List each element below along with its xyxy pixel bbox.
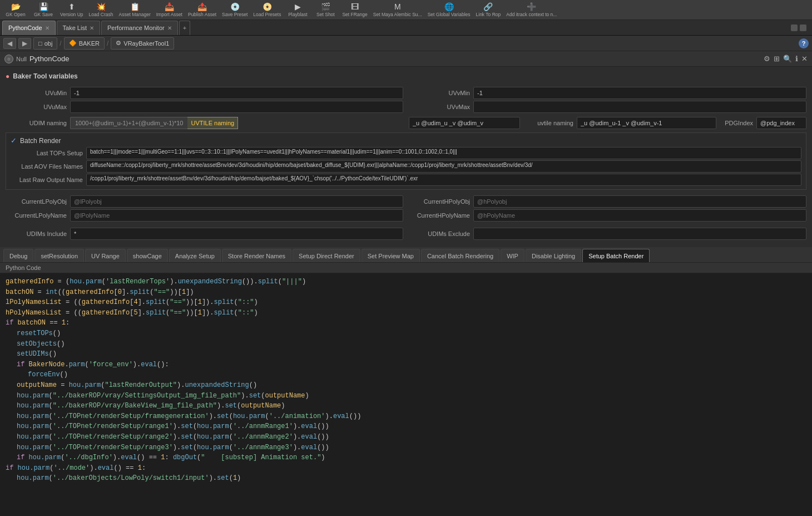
toolbar-asset-manager[interactable]: 📋 Asset Manager bbox=[117, 1, 153, 19]
last-raw-output-row: Last Raw Output Name /copp1/proj/liberty… bbox=[11, 174, 801, 186]
current-lpoly-name-input[interactable] bbox=[70, 209, 403, 222]
tab-setup-direct-render[interactable]: Setup Direct Render bbox=[293, 249, 360, 262]
close-icon[interactable]: ✕ bbox=[801, 55, 808, 63]
tab-setup-batch-render[interactable]: Setup Batch Render bbox=[582, 249, 650, 262]
back-button[interactable]: ◀ bbox=[3, 38, 16, 49]
current-lpoly-obj-input[interactable] bbox=[70, 195, 403, 208]
toolbar-set-shot[interactable]: 🎬 Set Shot bbox=[312, 1, 339, 19]
tab-store-render-names[interactable]: Store Render Names bbox=[222, 249, 291, 262]
code-line-3: lPolyNamesList = ((gatheredInfo[4].split… bbox=[6, 297, 806, 308]
tab-uv-range[interactable]: UV Range bbox=[85, 249, 126, 262]
toolbar-version-up-label: Version Up bbox=[60, 12, 83, 17]
window-minimize-button[interactable] bbox=[791, 24, 798, 31]
tab-performance-monitor-close[interactable]: ✕ bbox=[167, 25, 172, 31]
uvvmin-input[interactable] bbox=[473, 87, 806, 99]
null-circle: ○ bbox=[7, 56, 10, 62]
tab-add-button[interactable]: + bbox=[179, 21, 190, 35]
current-hpoly-obj-input[interactable] bbox=[473, 195, 806, 208]
uvumin-input[interactable] bbox=[70, 87, 403, 99]
uvvmax-input[interactable] bbox=[473, 101, 806, 113]
toolbar-gk-open-label: GK Open bbox=[6, 12, 25, 17]
path-segment-obj[interactable]: □ obj bbox=[33, 37, 57, 50]
code-line-9: setUDIMs() bbox=[6, 349, 806, 360]
help-button[interactable]: ? bbox=[799, 38, 809, 48]
uvtile-naming-input[interactable] bbox=[409, 117, 520, 129]
current-hpoly-name-label: CurrentHPolyName bbox=[409, 212, 470, 219]
tab-wip[interactable]: WIP bbox=[501, 249, 524, 262]
set-global-icon: 🌐 bbox=[443, 2, 454, 12]
tab-show-cage[interactable]: showCage bbox=[127, 249, 168, 262]
toolbar-set-global[interactable]: 🌐 Set Global Variables bbox=[425, 1, 473, 19]
current-lpoly-name-label: CurrentLPolyName bbox=[6, 212, 67, 219]
window-maximize-button[interactable] bbox=[800, 24, 806, 31]
current-hpoly-name-input[interactable] bbox=[473, 209, 806, 222]
path-segment-vray[interactable]: ⚙ VRayBakerTool1 bbox=[111, 37, 174, 50]
toolbar-set-frange-label: Set FRange bbox=[342, 12, 367, 17]
path-segment-baker[interactable]: 🔶 BAKER bbox=[64, 37, 105, 50]
toolbar-publish-asset[interactable]: 📤 Publish Asset bbox=[186, 1, 219, 19]
tab-cancel-batch-rendering[interactable]: Cancel Batch Rendering bbox=[421, 249, 499, 262]
udims-exclude-row: UDIMs Exclude bbox=[409, 228, 806, 240]
publish-asset-icon: 📤 bbox=[196, 2, 207, 12]
toolbar-playblast[interactable]: ▶ Playblast bbox=[284, 1, 311, 19]
path-separator-1: / bbox=[60, 40, 61, 47]
toolbar-load-crash[interactable]: 💥 Load Crash bbox=[87, 1, 116, 19]
tab-debug[interactable]: Debug bbox=[3, 249, 33, 262]
tree-icon[interactable]: ⊞ bbox=[774, 55, 780, 63]
path-baker-label: BAKER bbox=[79, 40, 100, 47]
toolbar-publish-asset-label: Publish Asset bbox=[188, 12, 216, 17]
tab-set-preview-map[interactable]: Set Preview Map bbox=[362, 249, 420, 262]
tab-disable-lighting[interactable]: Disable Lighting bbox=[526, 249, 581, 262]
tab-set-resolution[interactable]: setResolution bbox=[34, 249, 84, 262]
last-raw-output-value[interactable]: /copp1/proj/liberty_mrk/shottree/assetBn… bbox=[86, 174, 801, 186]
gk-save-icon: 💾 bbox=[38, 2, 49, 12]
uv-minmax-grid: UVuMin UVvMin UVuMax UVvMax bbox=[6, 85, 806, 115]
toolbar-version-up[interactable]: ⬆ Version Up bbox=[58, 1, 86, 19]
path-obj-label: obj bbox=[44, 40, 53, 47]
tab-python-code-close[interactable]: ✕ bbox=[45, 25, 49, 31]
code-line-2: batchON = int((gatheredInfo[0].split("==… bbox=[6, 287, 806, 298]
toolbar-load-presets[interactable]: 📀 Load Presets bbox=[251, 1, 283, 19]
info-icon[interactable]: ℹ bbox=[795, 55, 798, 63]
current-lpoly-obj-label: CurrentLPolyObj bbox=[6, 198, 67, 205]
null-badge: ○ bbox=[4, 55, 13, 63]
toolbar-set-frange[interactable]: 🎞 Set FRange bbox=[340, 1, 369, 19]
forward-button[interactable]: ▶ bbox=[18, 38, 31, 49]
load-crash-icon: 💥 bbox=[96, 2, 107, 12]
toolbar-set-maya[interactable]: M Set Maya Alembic Su... bbox=[371, 1, 424, 19]
toolbar-save-preset[interactable]: 💿 Save Preset bbox=[220, 1, 250, 19]
last-tops-label: Last TOPs Setup bbox=[11, 150, 83, 156]
uvumax-input[interactable] bbox=[70, 101, 403, 113]
toolbar-save-preset-label: Save Preset bbox=[222, 12, 247, 17]
search-icon[interactable]: 🔍 bbox=[783, 55, 792, 63]
uvvmax-row: UVvMax bbox=[409, 101, 806, 113]
tab-performance-monitor[interactable]: Performance Monitor ✕ bbox=[101, 21, 178, 35]
toolbar-gk-open[interactable]: 📂 GK Open bbox=[2, 1, 29, 19]
section-toggle[interactable]: ● bbox=[6, 72, 9, 80]
tab-take-list-close[interactable]: ✕ bbox=[90, 25, 94, 31]
naming-grid: UDIM naming 1000+(@udim_u-1)+1+(@udim_v-… bbox=[6, 117, 806, 129]
toolbar-link-to-rop[interactable]: 🔗 Link To Rop bbox=[474, 1, 503, 19]
tab-take-list[interactable]: Take List ✕ bbox=[57, 21, 100, 35]
toolbar-import-asset[interactable]: 📥 Import Asset bbox=[154, 1, 185, 19]
link-to-rop-icon: 🔗 bbox=[483, 2, 494, 12]
tab-analyze-setup[interactable]: Analyze Setup bbox=[169, 249, 221, 262]
udims-include-input[interactable] bbox=[70, 228, 403, 240]
uvtile-naming2-label: uvtile naming bbox=[523, 120, 573, 126]
toolbar-add-itrack[interactable]: ➕ Add itrack context to n... bbox=[504, 1, 559, 19]
batch-checkbox[interactable]: ✓ bbox=[11, 136, 17, 145]
udims-exclude-input[interactable] bbox=[473, 228, 806, 240]
pdg-index-input[interactable] bbox=[756, 117, 806, 129]
tab-take-list-label: Take List bbox=[63, 24, 87, 31]
toolbar-gk-save[interactable]: 💾 GK Save bbox=[30, 1, 57, 19]
code-area[interactable]: gatheredInfo = (hou.parm('lastRenderTops… bbox=[0, 273, 812, 516]
gear-icon[interactable]: ⚙ bbox=[764, 55, 770, 63]
baker-content: ● Baker Tool variables UVuMin UVvMin UVu… bbox=[0, 67, 812, 247]
code-line-7: resetTOPs() bbox=[6, 328, 806, 339]
last-aov-value[interactable]: diffuseName::/copp1/proj/liberty_mrk/sho… bbox=[86, 160, 801, 173]
last-tops-value[interactable]: batch==1|||mode==1|||multiGeo==1:1|||uvs… bbox=[86, 147, 801, 159]
toolbar-gk-save-label: GK Save bbox=[34, 12, 53, 17]
uvtile-naming2-input[interactable] bbox=[577, 117, 716, 129]
tab-python-code[interactable]: PythonCode ✕ bbox=[2, 21, 56, 35]
current-hpoly-obj-row: CurrentHPolyObj bbox=[409, 195, 806, 208]
